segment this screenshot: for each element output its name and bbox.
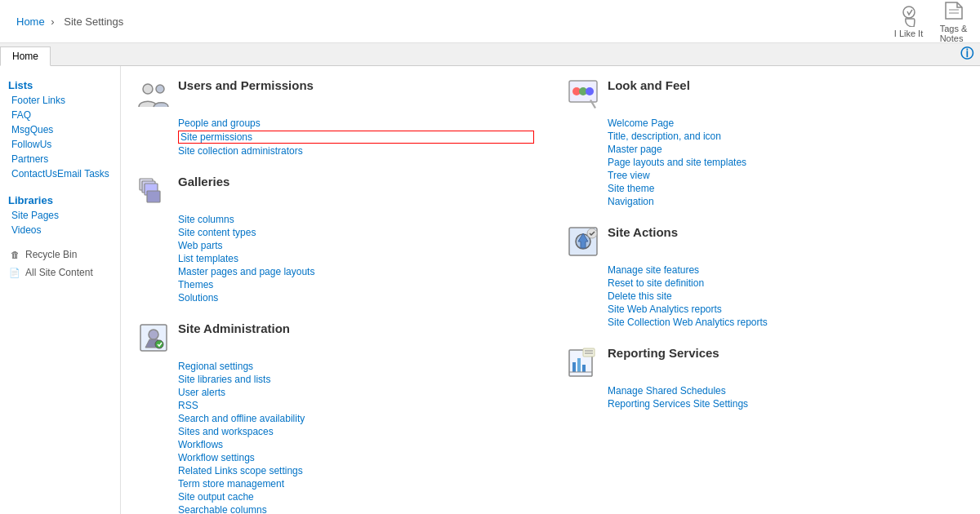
svg-rect-28: [583, 348, 595, 357]
link-workflow-settings[interactable]: Workflow settings: [178, 452, 534, 463]
section-galleries-header: Galleries: [137, 175, 534, 207]
link-term-store[interactable]: Term store management: [178, 478, 534, 490]
link-navigation[interactable]: Navigation: [608, 196, 964, 207]
users-permissions-title: Users and Permissions: [178, 78, 314, 92]
section-reporting: Reporting Services Manage Shared Schedul…: [567, 346, 964, 410]
site-actions-title: Site Actions: [608, 225, 678, 239]
link-master-pages[interactable]: Master pages and page layouts: [178, 266, 534, 277]
sidebar-recycle-bin[interactable]: 🗑 Recycle Bin: [0, 246, 120, 264]
breadcrumb-current: Site Settings: [64, 16, 123, 28]
tab-bar: Home ⓘ: [0, 43, 980, 66]
section-users-header: Users and Permissions: [137, 78, 534, 111]
sidebar-item-site-pages[interactable]: Site Pages: [0, 208, 120, 223]
link-site-web-analytics[interactable]: Site Web Analytics reports: [608, 304, 964, 315]
link-searchable-columns[interactable]: Searchable columns: [178, 504, 534, 514]
svg-point-10: [149, 330, 158, 339]
site-actions-links: Manage site features Reset to site defin…: [567, 264, 964, 328]
sidebar-all-site-label: All Site Content: [25, 267, 93, 278]
link-sites-workspaces[interactable]: Sites and workspaces: [178, 426, 534, 437]
link-reporting-site-settings[interactable]: Reporting Services Site Settings: [608, 398, 964, 410]
link-title-description[interactable]: Title, description, and icon: [608, 131, 964, 142]
site-admin-links: Regional settings Site libraries and lis…: [137, 361, 534, 514]
site-admin-title: Site Administration: [178, 321, 290, 335]
link-regional-settings[interactable]: Regional settings: [178, 361, 534, 372]
link-master-page[interactable]: Master page: [608, 144, 964, 155]
link-page-layouts[interactable]: Page layouts and site templates: [608, 157, 964, 168]
svg-point-19: [586, 87, 594, 95]
link-site-theme[interactable]: Site theme: [608, 183, 964, 194]
link-solutions[interactable]: Solutions: [178, 292, 534, 304]
svg-rect-26: [582, 365, 586, 372]
link-web-parts[interactable]: Web parts: [178, 240, 534, 251]
breadcrumb-home[interactable]: Home: [16, 16, 45, 28]
galleries-links: Site columns Site content types Web part…: [137, 214, 534, 304]
breadcrumb-separator: ›: [51, 16, 54, 28]
reporting-links: Manage Shared Schedules Reporting Servic…: [567, 385, 964, 410]
tags-notes-label: Tags &Notes: [940, 24, 968, 43]
sidebar-item-videos[interactable]: Videos: [0, 223, 120, 237]
sidebar-libraries-title: Libraries: [0, 189, 120, 208]
svg-rect-25: [577, 358, 581, 372]
section-users-permissions: Users and Permissions People and groups …: [137, 78, 534, 157]
top-bar: Home › Site Settings I Like It Tags &Not…: [0, 0, 980, 43]
sidebar-all-site-content[interactable]: 📄 All Site Content: [0, 264, 120, 281]
link-site-libraries-lists[interactable]: Site libraries and lists: [178, 374, 534, 385]
svg-point-3: [143, 84, 153, 94]
section-look-feel-header: Look and Feel: [567, 78, 964, 111]
link-search-offline[interactable]: Search and offline availability: [178, 413, 534, 424]
link-manage-site-features[interactable]: Manage site features: [608, 264, 964, 276]
link-workflows[interactable]: Workflows: [178, 439, 534, 450]
breadcrumb: Home › Site Settings: [16, 16, 127, 28]
sidebar-item-faq[interactable]: FAQ: [0, 108, 120, 122]
link-user-alerts[interactable]: User alerts: [178, 387, 534, 398]
ilike-icon: [898, 4, 920, 27]
sidebar-item-followus[interactable]: FollowUs: [0, 137, 120, 152]
ilike-button[interactable]: I Like It: [890, 4, 927, 38]
galleries-icon: [137, 175, 170, 207]
link-site-permissions[interactable]: Site permissions: [178, 131, 534, 144]
reporting-icon: [567, 346, 599, 379]
users-permissions-links: People and groups Site permissions Site …: [137, 117, 534, 157]
svg-point-0: [903, 7, 915, 18]
link-site-columns[interactable]: Site columns: [178, 214, 534, 225]
sidebar-item-partners[interactable]: Partners: [0, 152, 120, 166]
top-right-actions: I Like It Tags &Notes: [890, 0, 972, 43]
svg-point-11: [155, 340, 163, 348]
sidebar: Lists Footer Links FAQ MsgQues FollowUs …: [0, 66, 121, 514]
link-collection-web-analytics[interactable]: Site Collection Web Analytics reports: [608, 317, 964, 328]
sidebar-item-msgques[interactable]: MsgQues: [0, 122, 120, 137]
link-people-groups[interactable]: People and groups: [178, 117, 534, 129]
left-column: Users and Permissions People and groups …: [137, 78, 534, 502]
look-feel-icon: [567, 78, 599, 111]
link-site-output-cache[interactable]: Site output cache: [178, 491, 534, 503]
link-rss[interactable]: RSS: [178, 400, 534, 411]
section-site-admin: Site Administration Regional settings Si…: [137, 321, 534, 514]
link-site-content-types[interactable]: Site content types: [178, 227, 534, 238]
sidebar-item-contactus[interactable]: ContactUsEmail Tasks: [0, 166, 120, 181]
site-actions-icon: [567, 225, 599, 258]
link-list-templates[interactable]: List templates: [178, 253, 534, 264]
tags-notes-button[interactable]: Tags &Notes: [935, 0, 972, 43]
link-related-links[interactable]: Related Links scope settings: [178, 465, 534, 476]
look-feel-links: Welcome Page Title, description, and ico…: [567, 117, 964, 207]
section-look-feel: Look and Feel Welcome Page Title, descri…: [567, 78, 964, 207]
link-manage-shared-schedules[interactable]: Manage Shared Schedules: [608, 385, 964, 397]
help-icon[interactable]: ⓘ: [960, 46, 973, 63]
section-galleries: Galleries Site columns Site content type…: [137, 175, 534, 304]
section-site-actions: Site Actions Manage site features Reset …: [567, 225, 964, 328]
link-welcome-page[interactable]: Welcome Page: [608, 117, 964, 129]
sidebar-recycle-bin-label: Recycle Bin: [25, 249, 77, 260]
link-site-collection-admins[interactable]: Site collection administrators: [178, 145, 534, 157]
tab-home[interactable]: Home: [0, 47, 51, 66]
right-column: Look and Feel Welcome Page Title, descri…: [567, 78, 964, 502]
section-site-admin-header: Site Administration: [137, 321, 534, 354]
link-delete-site[interactable]: Delete this site: [608, 290, 964, 302]
main-layout: Lists Footer Links FAQ MsgQues FollowUs …: [0, 66, 980, 514]
link-reset-site-definition[interactable]: Reset to site definition: [608, 277, 964, 289]
link-themes[interactable]: Themes: [178, 279, 534, 290]
sidebar-lists-title: Lists: [0, 74, 120, 93]
svg-rect-24: [572, 362, 576, 372]
link-tree-view[interactable]: Tree view: [608, 170, 964, 181]
galleries-title: Galleries: [178, 175, 229, 188]
sidebar-item-footer-links[interactable]: Footer Links: [0, 93, 120, 108]
